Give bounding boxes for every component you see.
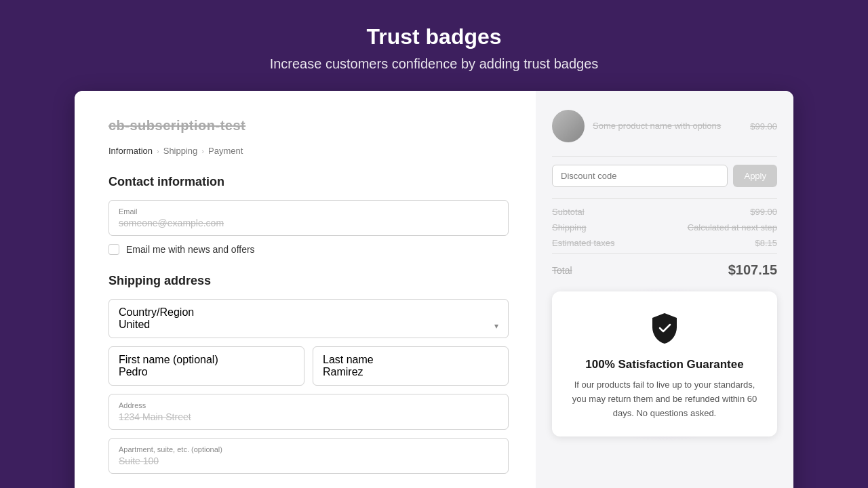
email-label: Email: [119, 207, 498, 216]
apt-label: Apartment, suite, etc. (optional): [119, 445, 498, 453]
breadcrumb-shipping[interactable]: Shipping: [163, 146, 198, 156]
divider-1: [552, 156, 777, 157]
address-field[interactable]: Address 1234 Main Street: [108, 394, 509, 430]
breadcrumb-information[interactable]: Information: [108, 146, 153, 156]
contact-section-title: Contact information: [108, 175, 509, 189]
estimated-row: Estimated taxes $8.15: [552, 238, 777, 248]
promo-row: Apply: [552, 165, 777, 187]
email-value: someone@example.com: [119, 218, 498, 228]
shield-icon-wrapper: [568, 310, 761, 348]
left-panel: cb-subscription-test Information › Shipp…: [75, 91, 536, 488]
right-panel: Some product name with options $99.00 Ap…: [536, 91, 793, 488]
last-name-label: Last name: [323, 354, 498, 366]
trust-badge-description: If our products fail to live up to your …: [568, 378, 761, 420]
shipping-section: Shipping address Country/Region United ▾…: [108, 274, 509, 474]
breadcrumb: Information › Shipping › Payment: [108, 146, 509, 156]
newsletter-checkbox[interactable]: [108, 244, 119, 255]
total-row: Total $107.15: [552, 253, 777, 286]
shield-check-icon: [647, 310, 682, 346]
last-name-field[interactable]: Last name Ramirez: [313, 346, 509, 386]
total-label: Total: [552, 265, 572, 276]
estimated-value: $8.15: [755, 238, 777, 248]
hero-header: Trust badges Increase customers confiden…: [256, 0, 612, 91]
order-item-name: Some product name with options: [593, 120, 742, 132]
country-value: United: [119, 319, 194, 331]
trust-badge-container: 100% Satisfaction Guarantee If our produ…: [552, 291, 777, 436]
hero-subtitle: Increase customers confidence by adding …: [270, 56, 599, 72]
promo-input[interactable]: [552, 165, 728, 187]
subtotal-row: Subtotal $99.00: [552, 207, 777, 217]
apt-value: Suite 100: [119, 455, 498, 466]
first-name-field[interactable]: First name (optional) Pedro: [108, 346, 304, 386]
total-value: $107.15: [728, 262, 777, 278]
subtotal-value: $99.00: [750, 207, 777, 217]
shipping-value: Calculated at next step: [688, 222, 777, 232]
divider-2: [552, 198, 777, 199]
first-name-label: First name (optional): [119, 354, 294, 366]
main-card: cb-subscription-test Information › Shipp…: [75, 91, 793, 488]
country-select[interactable]: Country/Region United ▾: [108, 299, 509, 338]
address-value: 1234 Main Street: [119, 411, 498, 422]
first-name-value: Pedro: [119, 366, 294, 378]
order-item-price: $99.00: [750, 121, 777, 131]
chevron-down-icon: ▾: [494, 321, 498, 331]
shipping-section-title: Shipping address: [108, 274, 509, 288]
email-field[interactable]: Email someone@example.com: [108, 200, 509, 236]
estimated-label: Estimated taxes: [552, 238, 615, 248]
trust-badge-title: 100% Satisfaction Guarantee: [568, 358, 761, 371]
address-label: Address: [119, 401, 498, 409]
order-item-details: Some product name with options: [593, 120, 742, 132]
newsletter-row: Email me with news and offers: [108, 244, 509, 255]
name-row: First name (optional) Pedro Last name Ra…: [108, 346, 509, 386]
store-name: cb-subscription-test: [108, 118, 509, 134]
product-avatar: [552, 110, 585, 142]
breadcrumb-sep-1: ›: [157, 147, 159, 155]
breadcrumb-sep-2: ›: [201, 147, 204, 155]
hero-title: Trust badges: [270, 24, 599, 49]
country-label: Country/Region: [119, 306, 194, 319]
trust-badge-card: 100% Satisfaction Guarantee If our produ…: [552, 291, 777, 436]
last-name-value: Ramirez: [323, 366, 498, 378]
shipping-label: Shipping: [552, 222, 587, 232]
subtotal-label: Subtotal: [552, 207, 585, 217]
apply-button[interactable]: Apply: [733, 165, 777, 187]
apt-field[interactable]: Apartment, suite, etc. (optional) Suite …: [108, 438, 509, 474]
shipping-row: Shipping Calculated at next step: [552, 222, 777, 232]
order-item: Some product name with options $99.00: [552, 110, 777, 142]
breadcrumb-payment[interactable]: Payment: [208, 146, 243, 156]
newsletter-label: Email me with news and offers: [126, 244, 255, 255]
